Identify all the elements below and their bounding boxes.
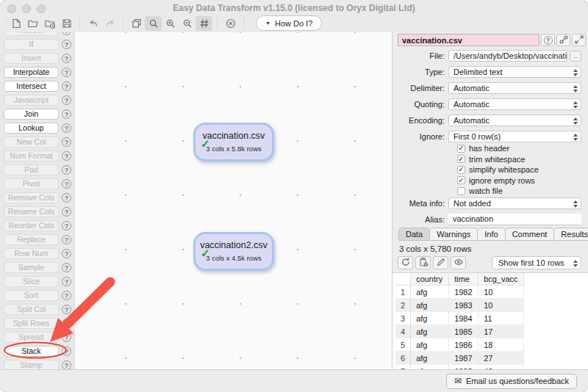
connect-button[interactable]: [556, 34, 570, 46]
encoding-select[interactable]: Automatic: [448, 115, 581, 126]
col-header-time[interactable]: time: [449, 273, 478, 286]
new-document-icon: [10, 18, 22, 29]
save-button[interactable]: [58, 16, 75, 31]
canvas[interactable]: ✓ vaccination.csv 3 cols x 5.8k rows ✓ v…: [75, 32, 392, 369]
has-header-checkbox[interactable]: ✓: [457, 145, 465, 153]
help-icon[interactable]: ?: [62, 263, 71, 272]
help-icon[interactable]: ?: [62, 360, 71, 369]
sidebar-item-if[interactable]: If: [4, 39, 59, 50]
meta-info-select[interactable]: Not added: [448, 197, 581, 209]
sidebar-item-pad[interactable]: Pad: [4, 164, 59, 175]
help-icon[interactable]: ?: [62, 277, 71, 286]
col-header-country[interactable]: country: [411, 273, 449, 286]
node-name-input[interactable]: vaccination.csv: [398, 34, 539, 46]
node-vaccination2-csv[interactable]: ✓ vaccination2.csv 3 cols x 4.5k rows: [193, 232, 274, 271]
sidebar-item-split-rows[interactable]: Split Rows: [4, 318, 59, 329]
panel-help-button[interactable]: ?: [541, 34, 555, 46]
help-icon[interactable]: ?: [62, 81, 71, 91]
sidebar-item-join[interactable]: Join: [4, 109, 59, 120]
help-icon[interactable]: ?: [62, 40, 71, 49]
toggle-grid-button[interactable]: [196, 16, 212, 31]
tab-results[interactable]: Results: [553, 228, 588, 241]
help-icon[interactable]: ?: [62, 305, 71, 314]
help-icon[interactable]: ?: [62, 123, 71, 133]
sidebar-item-spread[interactable]: Spread: [4, 332, 59, 343]
sidebar-item-replace[interactable]: Replace: [4, 234, 59, 245]
expand-button[interactable]: [572, 34, 586, 46]
copy-button[interactable]: [415, 256, 431, 269]
open-recent-button[interactable]: [41, 16, 58, 31]
help-icon[interactable]: ?: [62, 319, 71, 328]
redo-button[interactable]: [101, 16, 118, 31]
simplify-whitespace-checkbox[interactable]: ✓: [457, 166, 465, 174]
help-icon[interactable]: ?: [62, 346, 71, 356]
sidebar-item-slice[interactable]: Slice: [4, 276, 59, 287]
zoom-in-button[interactable]: [162, 16, 179, 31]
help-icon[interactable]: ?: [62, 179, 71, 189]
zoom-out-button[interactable]: [179, 16, 196, 31]
sidebar-item-row-num[interactable]: Row Num: [4, 248, 59, 259]
help-icon[interactable]: ?: [62, 137, 71, 147]
help-icon[interactable]: ?: [62, 151, 71, 161]
delimiter-select[interactable]: Automatic: [448, 82, 581, 94]
help-icon[interactable]: ?: [62, 68, 71, 77]
help-icon[interactable]: ?: [62, 235, 71, 244]
sidebar-item-split-col[interactable]: Split Col: [4, 304, 59, 315]
help-icon[interactable]: ?: [62, 165, 71, 175]
duplicate-button[interactable]: [128, 16, 145, 31]
sidebar-item-reorder-cols[interactable]: Reorder Cols: [4, 220, 59, 231]
col-header-bcg-vacc[interactable]: bcg_vacc: [478, 273, 523, 286]
open-file-button[interactable]: [24, 16, 41, 31]
ignore-empty-rows-checkbox[interactable]: ✓: [457, 176, 465, 184]
sidebar-item-num-format[interactable]: Num Format: [4, 150, 59, 161]
sidebar-item-sort[interactable]: Sort: [4, 290, 59, 301]
sidebar-item-stack[interactable]: Stack: [4, 346, 59, 357]
tab-comment[interactable]: Comment: [505, 228, 555, 241]
watch-file-checkbox[interactable]: [457, 187, 465, 195]
quoting-select[interactable]: Automatic: [448, 98, 581, 110]
sidebar-item-javascript[interactable]: Javascript: [4, 95, 59, 106]
tab-warnings[interactable]: Warnings: [429, 228, 478, 241]
sidebar-item-header[interactable]: Header: [4, 32, 59, 36]
node-vaccination-csv[interactable]: ✓ vaccination.csv 3 cols x 5.8k rows: [193, 123, 274, 161]
file-path-input[interactable]: /Users/andyb/Desktop/vaccination.csv: [448, 50, 567, 62]
sidebar-item-pivot[interactable]: Pivot: [4, 178, 59, 189]
help-icon[interactable]: ?: [62, 95, 71, 105]
help-icon[interactable]: ?: [62, 333, 71, 342]
sidebar-item-insert[interactable]: Insert: [4, 53, 59, 64]
help-icon[interactable]: ?: [62, 32, 71, 35]
sidebar-item-remove-cols[interactable]: Remove Cols: [4, 192, 59, 203]
sidebar-item-stamp[interactable]: Stamp: [4, 360, 59, 369]
how-do-i-button[interactable]: ▼How Do I?: [256, 15, 322, 31]
edit-button[interactable]: [433, 256, 448, 269]
help-icon[interactable]: ?: [62, 193, 71, 203]
undo-button[interactable]: [85, 16, 101, 31]
sidebar-item-new-col[interactable]: New Col: [4, 137, 59, 148]
type-select[interactable]: Delimited text: [448, 66, 581, 78]
zoom-button[interactable]: [145, 16, 162, 31]
tab-data[interactable]: Data: [398, 228, 430, 241]
help-icon[interactable]: ?: [62, 109, 71, 119]
browse-file-button[interactable]: ..: [570, 51, 581, 62]
sidebar-item-rename-cols[interactable]: Rename Cols: [4, 206, 59, 217]
new-document-button[interactable]: [7, 16, 24, 31]
ignore-rows-stepper[interactable]: First 0 row(s): [448, 131, 581, 142]
help-icon[interactable]: ?: [62, 221, 71, 231]
feedback-button[interactable]: ✉ Email us questions/feedback: [446, 374, 577, 389]
show-rows-select[interactable]: Show first 10 rows: [492, 256, 581, 269]
help-icon[interactable]: ?: [62, 291, 71, 300]
refresh-button[interactable]: [398, 256, 413, 269]
success-check-icon: ✓: [201, 137, 210, 150]
sidebar-item-sample[interactable]: Sample: [4, 262, 59, 273]
sidebar-item-intersect[interactable]: Intersect: [4, 81, 59, 92]
alias-input[interactable]: vaccination: [448, 214, 581, 225]
tab-info[interactable]: Info: [477, 228, 505, 241]
preview-button[interactable]: [451, 256, 466, 269]
trim-whitespace-checkbox[interactable]: ✓: [457, 155, 465, 163]
help-icon[interactable]: ?: [62, 54, 71, 63]
help-icon[interactable]: ?: [62, 249, 71, 258]
help-icon[interactable]: ?: [62, 207, 71, 217]
cancel-button[interactable]: [222, 16, 239, 31]
sidebar-item-lookup[interactable]: Lookup: [4, 123, 59, 134]
sidebar-item-interpolate[interactable]: Interpolate: [4, 67, 59, 78]
